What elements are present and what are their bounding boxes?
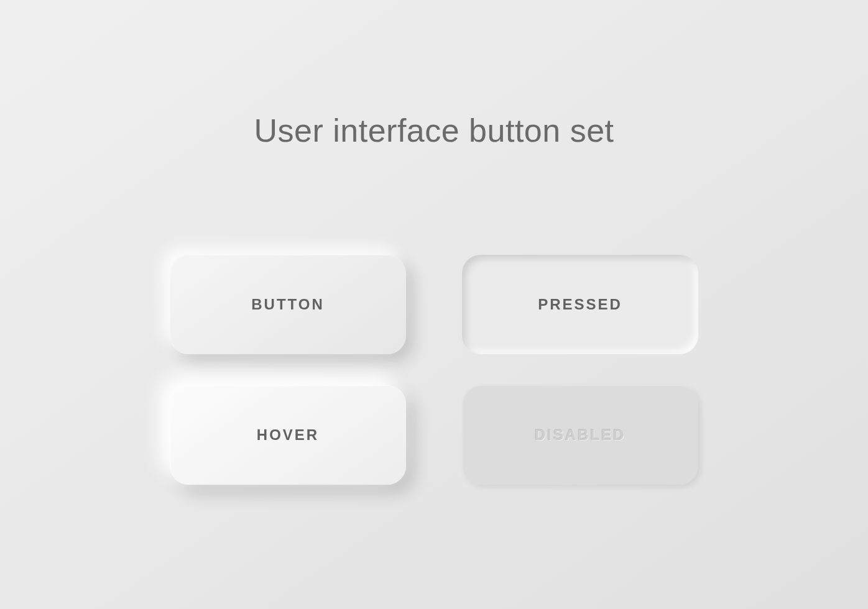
hover-button-label: HOVER [257,426,319,444]
pressed-button-label: PRESSED [538,296,622,313]
default-button-label: BUTTON [251,296,325,313]
button-grid: BUTTON PRESSED HOVER DISABLED [170,255,698,485]
page-title: User interface button set [254,112,614,149]
pressed-button[interactable]: PRESSED [462,255,698,354]
disabled-button: DISABLED [462,385,698,485]
disabled-button-label: DISABLED [535,426,626,444]
default-button[interactable]: BUTTON [170,255,406,354]
hover-button[interactable]: HOVER [170,385,406,485]
